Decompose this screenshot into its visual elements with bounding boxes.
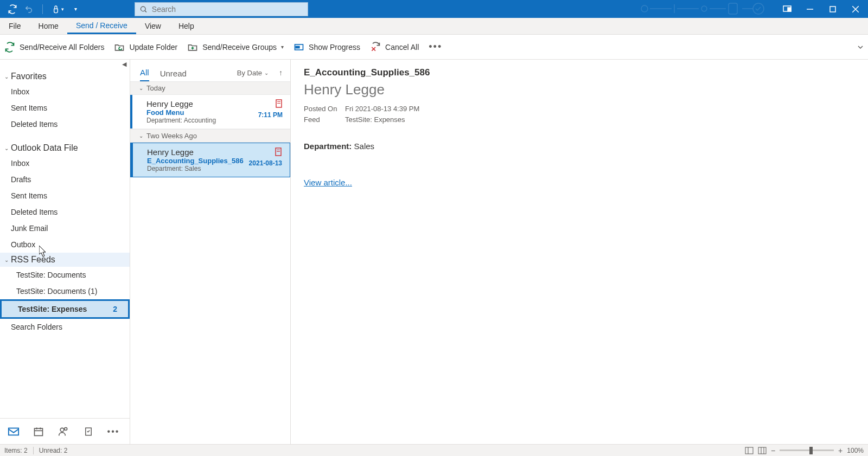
sidebar-item-inbox[interactable]: Inbox	[0, 155, 130, 171]
people-icon[interactable]	[58, 426, 69, 438]
refresh-icon[interactable]	[8, 4, 17, 14]
chevron-down-icon: ⌄	[139, 85, 143, 91]
datafile-header[interactable]: ⌄ Outlook Data File	[0, 141, 130, 155]
svg-rect-24	[277, 101, 280, 102]
sidebar-item-drafts[interactable]: Drafts	[0, 171, 130, 188]
close-icon[interactable]	[851, 4, 860, 14]
filter-all[interactable]: All	[140, 68, 149, 81]
sidebar-item-junk[interactable]: Junk Email	[0, 220, 130, 236]
quick-access-toolbar: ▾ ▾	[0, 4, 80, 14]
message-item[interactable]: Henry Legge E_Accounting_Supplies_586 20…	[130, 143, 290, 177]
message-item[interactable]: Henry Legge Food Menu 7:11 PM Department…	[130, 95, 290, 129]
posted-on-value: Fri 2021-08-13 4:39 PM	[345, 104, 419, 114]
tasks-icon[interactable]	[82, 426, 94, 438]
minimize-icon[interactable]	[805, 4, 815, 14]
more-commands-icon[interactable]: •••	[429, 41, 442, 53]
folder-pane: ◀ ⌄ Favorites Inbox Sent Items Deleted I…	[0, 60, 130, 444]
sidebar-item-deleted-fav[interactable]: Deleted Items	[0, 116, 130, 132]
message-filter-tabs: All Unread By Date ⌄ ↑	[130, 60, 290, 81]
cancel-all-button[interactable]: Cancel All	[370, 42, 419, 53]
sort-dropdown[interactable]: By Date ⌄	[237, 69, 269, 77]
sidebar-item-sent[interactable]: Sent Items	[0, 188, 130, 204]
search-input[interactable]	[152, 5, 303, 14]
display-options-icon[interactable]	[782, 4, 792, 14]
filter-unread[interactable]: Unread	[160, 69, 187, 81]
cancel-icon	[370, 42, 381, 53]
view-normal-icon[interactable]	[745, 447, 754, 454]
calendar-icon[interactable]	[33, 426, 44, 438]
send-receive-all-button[interactable]: Send/Receive All Folders	[4, 42, 104, 53]
reading-pane: E_Accounting_Supplies_586 Henry Legge Po…	[291, 60, 868, 444]
chevron-down-icon: ▾	[281, 44, 284, 50]
reading-metadata: Posted On Fri 2021-08-13 4:39 PM Feed Te…	[304, 104, 855, 125]
message-from: Henry Legge	[146, 99, 283, 108]
maximize-icon[interactable]	[828, 4, 838, 14]
message-list-pane: All Unread By Date ⌄ ↑ ⌄ Today Henry Leg…	[130, 60, 291, 444]
touch-mode-dropdown[interactable]: ▾	[52, 5, 64, 14]
svg-rect-6	[788, 8, 791, 11]
svg-rect-29	[745, 447, 753, 454]
svg-rect-12	[296, 46, 299, 48]
chevron-down-icon: ⌄	[4, 74, 9, 80]
svg-point-0	[141, 7, 145, 11]
sort-direction-icon[interactable]: ↑	[279, 68, 283, 77]
feed-value: TestSite: Expenses	[345, 114, 405, 125]
nav-bar: •••	[0, 418, 130, 444]
svg-rect-27	[277, 150, 280, 150]
decorative-lines	[634, 0, 769, 18]
tab-view[interactable]: View	[136, 18, 170, 34]
sidebar-item-sent-fav[interactable]: Sent Items	[0, 100, 130, 116]
tab-home[interactable]: Home	[30, 18, 67, 34]
sidebar-item-testsite-documents[interactable]: TestSite: Documents	[0, 267, 130, 283]
mail-icon[interactable]	[8, 426, 20, 438]
sidebar-item-search-folders[interactable]: Search Folders	[0, 319, 130, 335]
collapse-folder-pane-icon[interactable]: ◀	[122, 61, 126, 68]
sidebar-item-testsite-expenses[interactable]: TestSite: Expenses 2	[0, 299, 130, 319]
sidebar-item-outbox[interactable]: Outbox	[0, 236, 130, 253]
chevron-down-icon: ⌄	[139, 133, 143, 139]
sidebar-item-deleted[interactable]: Deleted Items	[0, 204, 130, 220]
message-from: Henry Legge	[147, 147, 282, 157]
view-article-link[interactable]: View article...	[304, 178, 855, 187]
more-nav-icon[interactable]: •••	[107, 426, 119, 438]
svg-rect-3	[729, 3, 737, 14]
group-two-weeks[interactable]: ⌄ Two Weeks Ago	[130, 129, 290, 143]
attachment-icon	[275, 147, 282, 156]
unread-count: 2	[113, 303, 117, 315]
feed-label: Feed	[304, 114, 339, 125]
sidebar-item-inbox-fav[interactable]: Inbox	[0, 84, 130, 100]
group-today[interactable]: ⌄ Today	[130, 81, 290, 95]
rss-feeds-header[interactable]: ⌄ RSS Feeds	[0, 253, 130, 267]
search-icon	[139, 5, 148, 14]
zoom-out-icon[interactable]: −	[771, 446, 775, 455]
zoom-in-icon[interactable]: +	[838, 446, 843, 455]
tab-send-receive[interactable]: Send / Receive	[67, 18, 136, 34]
sidebar-item-testsite-documents-1[interactable]: TestSite: Documents (1)	[0, 283, 130, 299]
svg-point-2	[701, 6, 707, 11]
menu-bar: File Home Send / Receive View Help	[0, 18, 868, 35]
favorites-header[interactable]: ⌄ Favorites	[0, 69, 130, 84]
send-receive-groups-button[interactable]: Send/Receive Groups ▾	[187, 42, 284, 53]
status-items: Items: 2	[4, 447, 28, 454]
tab-file[interactable]: File	[0, 18, 30, 34]
progress-icon	[293, 42, 304, 53]
tab-help[interactable]: Help	[170, 18, 203, 34]
message-time: 2021-08-13	[249, 159, 282, 167]
zoom-slider[interactable]	[780, 449, 834, 451]
search-box[interactable]	[135, 2, 308, 16]
reading-subject: E_Accounting_Supplies_586	[304, 67, 855, 78]
show-progress-button[interactable]: Show Progress	[293, 42, 360, 53]
undo-icon[interactable]	[24, 4, 34, 14]
customize-qat-icon[interactable]: ▾	[71, 4, 80, 14]
title-bar: ▾ ▾	[0, 0, 868, 18]
svg-point-20	[60, 428, 64, 432]
view-reading-icon[interactable]	[758, 447, 767, 454]
zoom-level[interactable]: 100%	[847, 447, 864, 454]
collapse-ribbon-icon[interactable]	[857, 44, 864, 50]
svg-rect-15	[9, 428, 18, 435]
window-controls	[634, 0, 868, 18]
chevron-down-icon: ⌄	[4, 145, 9, 151]
update-folder-button[interactable]: Update Folder	[114, 42, 177, 53]
posted-on-label: Posted On	[304, 104, 339, 114]
chevron-down-icon: ⌄	[264, 70, 269, 76]
